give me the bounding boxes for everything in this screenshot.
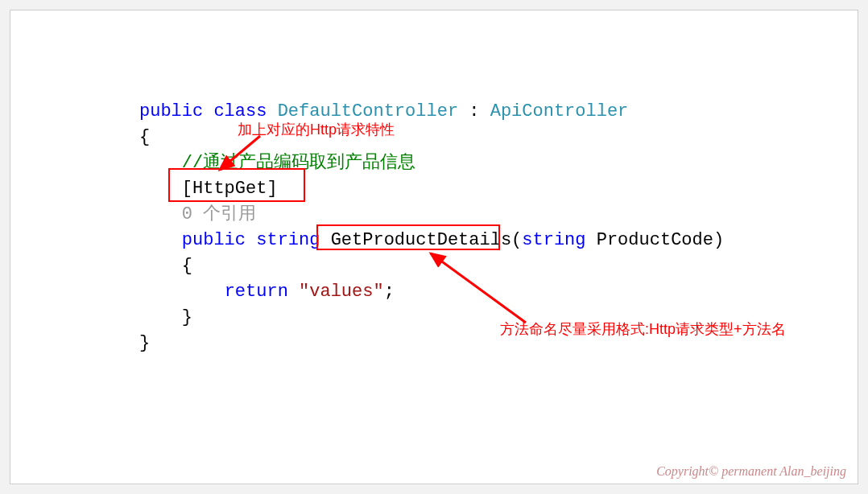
brace-open: { <box>139 127 150 147</box>
method-brace-close: } <box>182 307 192 327</box>
semicolon: ; <box>384 282 395 302</box>
attribute-httpget: [HttpGet] <box>182 179 278 199</box>
method-brace-open: { <box>182 256 192 276</box>
param-part: ProductCode) <box>586 230 725 250</box>
keyword-class: class <box>213 101 267 121</box>
copyright-text: Copyright© permanent Alan_beijing <box>656 464 846 479</box>
keyword-string2: string <box>522 230 585 250</box>
annotation-label-2: 方法命名尽量采用格式:Http请求类型+方法名 <box>500 319 786 339</box>
code-container: public class DefaultController : ApiCont… <box>10 10 858 484</box>
code-comment: //通过产品编码取到产品信息 <box>182 153 415 173</box>
string-values: "values" <box>299 282 384 302</box>
colon: : <box>458 101 490 121</box>
type-defaultcontroller: DefaultController <box>278 101 458 121</box>
keyword-public2: public <box>182 230 246 250</box>
class-brace-close: } <box>139 333 150 353</box>
type-apicontroller: ApiController <box>490 101 629 121</box>
method-name: GetProductDetails <box>331 230 511 250</box>
keyword-public: public <box>139 101 203 121</box>
reference-count: 0 个引用 <box>182 204 256 224</box>
code-block: public class DefaultController : ApiCont… <box>139 99 724 356</box>
paren-open: ( <box>511 230 522 250</box>
keyword-string: string <box>256 230 320 250</box>
annotation-label-1: 加上对应的Http请求特性 <box>238 120 395 139</box>
keyword-return: return <box>225 282 288 302</box>
